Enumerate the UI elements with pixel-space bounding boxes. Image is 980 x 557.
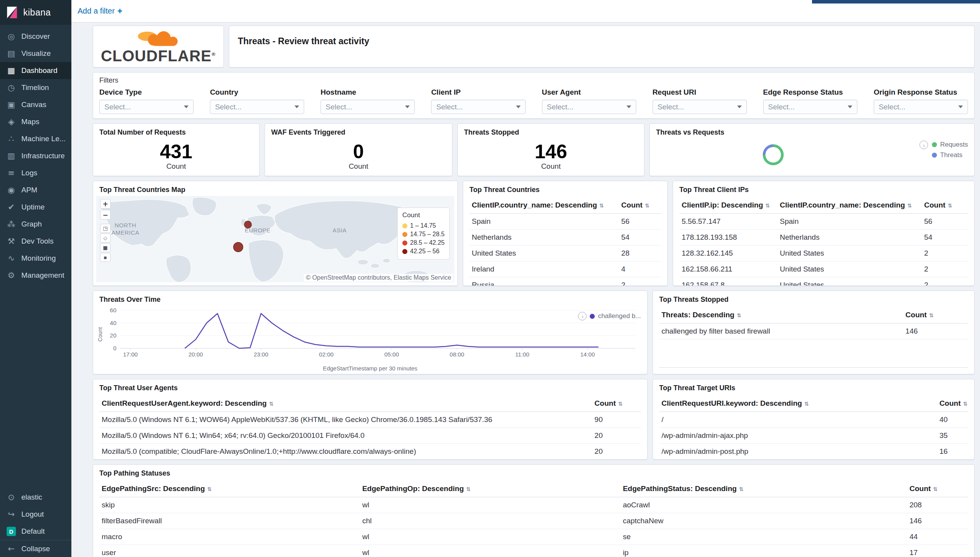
uptime-icon: ✔ — [6, 202, 16, 212]
sidebar-item-dashboard[interactable]: ▦Dashboard — [0, 62, 71, 79]
legend-toggle-icon[interactable]: › — [919, 141, 928, 149]
threat-map-panel: Top Threat Countries Map — [93, 181, 458, 286]
svg-text:17:00: 17:00 — [123, 351, 138, 358]
filter-select-edge-response-status[interactable]: Select... — [763, 100, 857, 114]
top-threat-target-uris-panel: Top Threat Target URIs ClientRequestURI.… — [653, 379, 975, 460]
management-icon: ⚙ — [6, 271, 16, 280]
kibana-logo[interactable]: kibana — [0, 0, 71, 25]
map-tool-marker-icon[interactable]: ▪ — [100, 253, 111, 262]
table-row: Spain56 — [469, 214, 661, 230]
column-header-edgepathingstatus-descending[interactable]: EdgePathingStatus: Descending⇅ — [620, 481, 907, 497]
svg-text:20:00: 20:00 — [189, 351, 203, 358]
add-filter-label: Add a filter — [78, 7, 115, 16]
map-canvas[interactable]: NORTH AMERICA EUROPE ASIA + − ◳ ◇ ■ ▪ — [96, 196, 454, 282]
app-title: kibana — [23, 7, 51, 18]
sidebar-item-maps[interactable]: ◈Maps — [0, 113, 71, 130]
column-header-count[interactable]: Count⇅ — [592, 395, 641, 412]
map-legend-class: 28.5 – 42.25 — [402, 239, 445, 247]
legend-dot — [590, 314, 595, 319]
apm-icon: ◉ — [6, 185, 16, 195]
sidebar-item-machine-le[interactable]: ∴Machine Le... — [0, 130, 71, 147]
svg-text:05:00: 05:00 — [384, 351, 399, 358]
column-header-threats-descending[interactable]: Threats: Descending⇅ — [659, 307, 903, 323]
legend-toggle-icon[interactable]: › — [578, 312, 587, 320]
map-legend-rows: 1 – 14.7514.75 – 28.528.5 – 42.2542.25 –… — [402, 221, 445, 256]
table-row: skipwlaoCrawl208 — [99, 497, 968, 513]
filter-label: Edge Response Status — [763, 88, 857, 97]
map-tool-bounds-icon[interactable]: ◳ — [100, 224, 111, 233]
sidebar-item-timelion[interactable]: ◷Timelion — [0, 79, 71, 96]
filter-select-user-agent[interactable]: Select... — [542, 100, 636, 114]
filter-select-request-uri[interactable]: Select... — [653, 100, 747, 114]
legend-item-challenged[interactable]: challenged b... — [598, 312, 641, 320]
sidebar-item-discover[interactable]: ◎Discover — [0, 28, 71, 45]
sidebar-item-management[interactable]: ⚙Management — [0, 267, 71, 284]
column-header-edgepathingop-descending[interactable]: EdgePathingOp: Descending⇅ — [360, 481, 621, 497]
column-header-clientip-ip-descending[interactable]: ClientIP.ip: Descending⇅ — [679, 197, 777, 214]
column-header-clientip-country-name-descending[interactable]: ClientIP.country_name: Descending⇅ — [777, 197, 922, 214]
sidebar-nav: ◎Discover▤Visualize▦Dashboard◷Timelion▣C… — [0, 25, 71, 284]
chevron-down-icon — [294, 106, 299, 108]
zoom-in-button[interactable]: + — [100, 199, 111, 209]
sort-icon: ⇅ — [466, 486, 471, 492]
filters-panel: Filters Device TypeSelect...CountrySelec… — [93, 72, 975, 119]
map-legend-class: 14.75 – 28.5 — [402, 230, 445, 239]
sidebar-item-apm[interactable]: ◉APM — [0, 182, 71, 199]
column-header-count[interactable]: Count⇅ — [907, 481, 968, 497]
sidebar-item-visualize[interactable]: ▤Visualize — [0, 45, 71, 62]
registered-mark: ® — [211, 51, 216, 57]
column-header-count[interactable]: Count⇅ — [937, 395, 968, 412]
table-row: Netherlands54 — [469, 230, 661, 246]
select-placeholder: Select... — [547, 103, 574, 111]
legend-item-threats[interactable]: Threats — [932, 151, 968, 159]
threat-marker[interactable] — [233, 242, 243, 252]
sidebar-item-graph[interactable]: ⁂Graph — [0, 216, 71, 233]
column-header-count[interactable]: Count⇅ — [619, 197, 661, 214]
column-header-clientrequesturi-keyword-descending[interactable]: ClientRequestURI.keyword: Descending⇅ — [659, 395, 937, 412]
sidebar-item-default[interactable]: DDefault — [0, 523, 71, 540]
column-header-edgepathingsrc-descending[interactable]: EdgePathingSrc: Descending⇅ — [99, 481, 360, 497]
sidebar-item-collapse[interactable]: ←Collapse — [0, 540, 71, 557]
sidebar-item-dev-tools[interactable]: ⚒Dev Tools — [0, 233, 71, 250]
column-header-count[interactable]: Count⇅ — [903, 307, 968, 323]
zoom-out-button[interactable]: − — [100, 210, 111, 220]
cloudflare-wordmark: CLOUDFLARE® — [101, 48, 216, 64]
threats-vs-requests-donut[interactable] — [763, 144, 784, 165]
top-threat-client-ips-table: ClientIP.ip: Descending⇅ClientIP.country… — [679, 197, 968, 285]
sidebar-item-monitoring[interactable]: ∿Monitoring — [0, 250, 71, 267]
filter-select-origin-response-status[interactable]: Select... — [874, 100, 968, 114]
sidebar-item-logs[interactable]: ≡Logs — [0, 164, 71, 182]
sidebar-item-uptime[interactable]: ✔Uptime — [0, 199, 71, 216]
sidebar-item-elastic[interactable]: ⊙elastic — [0, 489, 71, 506]
main-area: Add a filter + — [71, 0, 980, 557]
map-legend-class: 1 – 14.75 — [402, 221, 445, 230]
filters-fields: Device TypeSelect...CountrySelect...Host… — [99, 88, 968, 114]
dashboard-title: Threats - Review threat activity — [229, 26, 974, 57]
svg-text:02:00: 02:00 — [319, 351, 334, 358]
map-tool-polygon-icon[interactable]: ◇ — [100, 234, 111, 242]
filter-select-country[interactable]: Select... — [210, 100, 304, 114]
filter-select-hostname[interactable]: Select... — [320, 100, 415, 114]
map-tool-square-icon[interactable]: ■ — [100, 243, 111, 252]
sort-icon: ⇅ — [618, 401, 623, 407]
legend-item-requests[interactable]: Requests — [932, 141, 968, 149]
column-header-count[interactable]: Count⇅ — [922, 197, 968, 214]
sort-icon: ⇅ — [948, 202, 952, 209]
sidebar-item-canvas[interactable]: ▣Canvas — [0, 96, 71, 113]
sort-icon: ⇅ — [765, 202, 770, 209]
column-header-clientip-country-name-descending[interactable]: ClientIP.country_name: Descending⇅ — [469, 197, 619, 214]
filter-select-device-type[interactable]: Select... — [99, 100, 194, 114]
table-row: /40 — [659, 412, 968, 428]
filter-select-client-ip[interactable]: Select... — [431, 100, 525, 114]
sidebar-item-logout[interactable]: ↪Logout — [0, 506, 71, 523]
table-row: 162.158.66.211United States2 — [679, 261, 968, 277]
threat-marker[interactable] — [244, 221, 252, 228]
panel-title: Top Threat User Agents — [93, 379, 647, 395]
column-header-clientrequestuseragent-keyword-descending[interactable]: ClientRequestUserAgent.keyword: Descendi… — [99, 395, 592, 412]
map-label-north-america: NORTH AMERICA — [107, 222, 144, 237]
metric-total-requests-panel: Total Number of Requests 431 Count — [93, 123, 260, 176]
table-row: Mozilla/5.0 (compatible; CloudFlare-Alwa… — [99, 444, 641, 460]
add-filter-button[interactable]: Add a filter + — [78, 6, 122, 16]
sidebar-item-infrastructure[interactable]: ▥Infrastructure — [0, 147, 71, 164]
filter-label: Device Type — [99, 88, 194, 97]
